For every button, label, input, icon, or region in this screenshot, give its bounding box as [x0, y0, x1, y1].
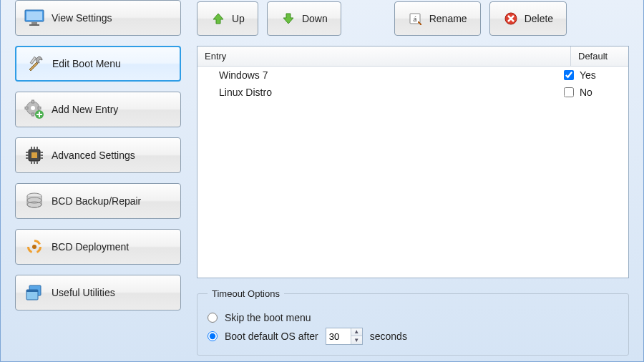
radio-skip[interactable] — [208, 313, 218, 323]
default-label: No — [580, 87, 592, 98]
spinner-down[interactable]: ▼ — [351, 336, 362, 344]
default-checkbox[interactable] — [564, 70, 574, 80]
button-label: Up — [232, 13, 245, 24]
nav-label: View Settings — [52, 12, 112, 24]
gear-plus-icon — [24, 99, 44, 119]
button-label: Down — [302, 13, 328, 24]
opt-skip-row[interactable]: Skip the boot menu — [208, 312, 618, 323]
timeout-input[interactable] — [326, 330, 351, 343]
default-label: Yes — [580, 69, 596, 81]
nav-edit-boot-menu[interactable]: Edit Boot Menu — [15, 46, 181, 82]
svg-text:á: á — [413, 14, 416, 23]
boot-entries-list: Entry Default Windows 7 Yes Linux Distro… — [197, 46, 629, 278]
entry-default-cell: No — [564, 87, 621, 98]
svg-rect-2 — [31, 22, 37, 24]
svg-rect-32 — [26, 290, 38, 292]
nav-add-new-entry[interactable]: Add New Entry — [15, 92, 181, 127]
svg-rect-1 — [26, 11, 42, 20]
opt-boot-row: Boot default OS after ▲ ▼ seconds — [208, 328, 618, 345]
nav-label: BCD Backup/Repair — [52, 195, 141, 207]
opt-boot-label-post: seconds — [370, 331, 407, 342]
main-panel: Up Down á Rename Delete — [187, 0, 643, 361]
up-button[interactable]: Up — [197, 1, 258, 36]
spinner-arrows: ▲ ▼ — [351, 328, 362, 344]
entry-name: Windows 7 — [205, 69, 564, 81]
arrow-up-icon — [210, 11, 226, 26]
svg-point-29 — [32, 245, 36, 249]
delete-icon — [503, 11, 519, 26]
svg-rect-10 — [38, 107, 41, 109]
button-label: Rename — [429, 13, 467, 24]
arrow-down-icon — [280, 11, 296, 26]
spinner-up[interactable]: ▲ — [351, 328, 362, 336]
nav-label: BCD Deployment — [52, 241, 129, 253]
radio-boot-default[interactable] — [208, 331, 218, 341]
svg-point-6 — [31, 106, 35, 110]
button-label: Delete — [525, 13, 553, 24]
sidebar: View Settings Edit Boot Menu Add New Ent… — [1, 0, 187, 361]
delete-button[interactable]: Delete — [489, 1, 567, 36]
opt-boot-label-pre: Boot default OS after — [225, 331, 318, 342]
tools-icon — [25, 54, 45, 74]
table-row[interactable]: Linux Distro No — [197, 84, 628, 101]
timeout-options-group: Timeout Options Skip the boot menu Boot … — [197, 288, 629, 356]
windows-stack-icon — [24, 283, 44, 303]
svg-rect-4 — [30, 57, 36, 64]
toolbar: Up Down á Rename Delete — [197, 1, 629, 36]
svg-rect-3 — [29, 24, 39, 26]
opt-skip-label: Skip the boot menu — [225, 312, 311, 323]
nav-label: Useful Utilities — [52, 287, 115, 298]
rename-icon: á — [408, 11, 424, 26]
toolbar-spacer — [350, 1, 386, 36]
nav-bcd-deployment[interactable]: BCD Deployment — [15, 229, 181, 265]
list-body: Windows 7 Yes Linux Distro No — [197, 67, 628, 278]
down-button[interactable]: Down — [267, 1, 341, 36]
nav-view-settings[interactable]: View Settings — [15, 0, 181, 36]
entry-default-cell: Yes — [564, 69, 621, 81]
table-row[interactable]: Windows 7 Yes — [197, 67, 628, 84]
col-entry[interactable]: Entry — [197, 47, 571, 66]
chip-icon — [24, 145, 44, 165]
col-default[interactable]: Default — [571, 47, 628, 66]
entry-name: Linux Distro — [205, 87, 564, 98]
nav-useful-utilities[interactable]: Useful Utilities — [15, 275, 181, 310]
svg-rect-8 — [32, 113, 34, 116]
nav-label: Add New Entry — [52, 104, 118, 115]
timeout-legend: Timeout Options — [208, 288, 284, 299]
nav-bcd-backup-repair[interactable]: BCD Backup/Repair — [15, 183, 181, 219]
nav-label: Advanced Settings — [52, 150, 135, 161]
recycle-icon — [24, 237, 44, 257]
timeout-spinner: ▲ ▼ — [326, 328, 363, 345]
svg-rect-9 — [25, 107, 28, 109]
nav-advanced-settings[interactable]: Advanced Settings — [15, 137, 181, 173]
monitor-icon — [24, 8, 44, 28]
list-header: Entry Default — [197, 47, 628, 67]
svg-rect-13 — [31, 152, 37, 158]
nav-label: Edit Boot Menu — [52, 58, 121, 69]
svg-rect-7 — [32, 100, 34, 103]
default-checkbox[interactable] — [564, 87, 574, 97]
database-icon — [24, 191, 44, 211]
rename-button[interactable]: á Rename — [394, 1, 481, 36]
